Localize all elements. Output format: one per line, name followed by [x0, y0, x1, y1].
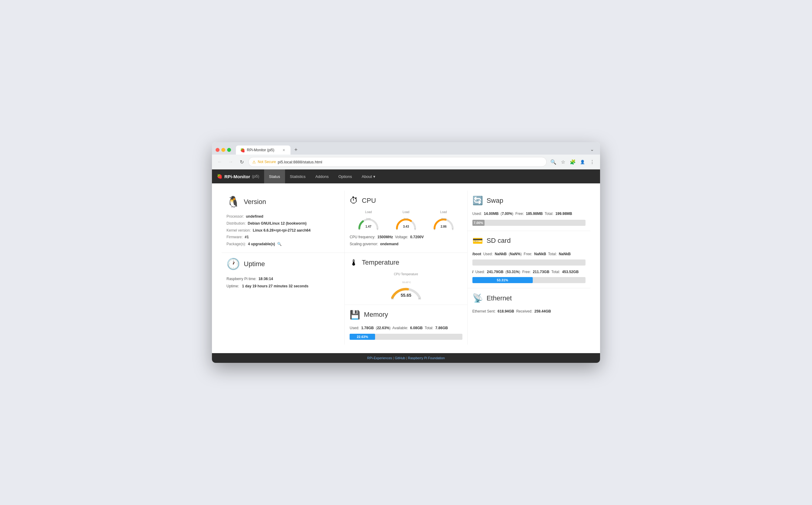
new-tab-button[interactable]: +	[292, 146, 300, 154]
version-icon: 🐧	[226, 195, 240, 208]
tab-bar: 🍓 RPi-Monitor (pi5) × + ⌄	[236, 145, 597, 155]
ethernet-info: Ethernet Sent: 618.94GB Received: 259.44…	[472, 308, 586, 315]
nav-about[interactable]: About ▾	[357, 169, 380, 183]
sdcard-root-free-value: 211.73GB	[533, 270, 549, 274]
nav-options[interactable]: Options	[334, 169, 357, 183]
cpu-gauge-15min: Load 2.86 0 15min 5	[432, 210, 456, 230]
forward-button[interactable]: →	[226, 158, 235, 166]
swap-info: Used: 14.00MB (7.00%) Free: 185.98MB Tot…	[472, 210, 586, 217]
firmware-value: #1	[245, 235, 249, 239]
memory-used-value: 1.78GB	[361, 326, 373, 330]
nav-status[interactable]: Status	[264, 169, 285, 183]
firmware-label: Firmware:	[226, 235, 242, 239]
swap-title: Swap	[487, 197, 503, 205]
nav-statistics[interactable]: Statistics	[285, 169, 311, 183]
sdcard-boot-path: /boot	[472, 252, 481, 256]
swap-section: 🔄 Swap Used: 14.00MB (7.00%) Free: 185.9…	[468, 191, 590, 231]
memory-percent: 22.63%	[377, 326, 389, 330]
footer-github-link[interactable]: GitHub	[395, 356, 405, 360]
time-value: 18:36:14	[258, 277, 273, 281]
temperature-section: 🌡 Temperature CPU Temperature 55.65 40	[345, 253, 467, 305]
nav-addons[interactable]: Addons	[311, 169, 334, 183]
gauge-1min-label: Load	[365, 210, 372, 214]
sdcard-root-progress-wrap: 53.31%	[472, 277, 586, 283]
memory-progress-fill: 22.63%	[350, 334, 375, 340]
distribution-row: Distribution: Debian GNU/Linux 12 (bookw…	[226, 220, 340, 227]
cpu-info: CPU frequency: 1500MHz Voltage: 0.7200V …	[350, 234, 462, 247]
brand-name: RPi-Monitor	[224, 174, 250, 179]
maximize-button[interactable]	[227, 148, 231, 152]
bookmark-button[interactable]: ☆	[559, 158, 567, 166]
uptime-info: Raspberry Pi time: 18:36:14 Uptime: 1 da…	[226, 275, 340, 290]
app-footer: RPi-Experiences | GitHub | Raspberry Pi …	[212, 353, 600, 363]
swap-progress-label: 7.00%	[474, 221, 483, 225]
svg-text:1min: 1min	[366, 218, 371, 220]
swap-progress-fill: 7.00%	[472, 220, 485, 226]
ethernet-received-value: 259.44GB	[534, 309, 551, 313]
gauge-1min-svg: 1.47 0 1min 5	[356, 215, 380, 230]
cpu-freq-value: 1500MHz	[377, 235, 393, 239]
kernel-label: Kernel version:	[226, 228, 251, 232]
cpu-gauges: Load 1.47 0 1min 5	[350, 210, 462, 230]
memory-total-value: 7.86GB	[436, 326, 448, 330]
cpu-voltage-label: Voltage:	[395, 235, 408, 239]
swap-used-value: 14.00MB	[484, 211, 499, 216]
memory-section: 💾 Memory Used: 1.78GB (22.63%) Available…	[345, 305, 467, 345]
profile-button[interactable]: 👤	[578, 158, 587, 166]
distribution-value: Debian GNU/Linux 12 (bookworm)	[248, 221, 307, 225]
close-button[interactable]	[215, 148, 219, 152]
extension-button[interactable]: 🧩	[569, 158, 577, 166]
cpu-gauge-5min: Load 3.43 0 5min 5	[394, 210, 418, 230]
sdcard-boot-total-label: Total:	[548, 252, 557, 256]
swap-free-label: Free:	[515, 211, 524, 216]
cpu-freq-row: CPU frequency: 1500MHz Voltage: 0.7200V	[350, 234, 462, 241]
sdcard-header: 💳 SD card	[472, 236, 586, 246]
ethernet-title: Ethernet	[487, 294, 512, 302]
distribution-label: Distribution:	[226, 221, 246, 225]
packages-row: Package(s): 4 upgradable(s) 🔍	[226, 241, 340, 247]
minimize-button[interactable]	[221, 148, 225, 152]
version-header: 🐧 Version	[226, 195, 340, 208]
cpu-icon: ⏱	[350, 195, 358, 205]
sdcard-root-info: / Used: 241.79GB (53.31%) Free: 211.73GB…	[472, 269, 586, 276]
time-label: Raspberry Pi time:	[226, 277, 257, 281]
swap-used-label: Used:	[472, 211, 482, 216]
search-button[interactable]: 🔍	[549, 158, 557, 166]
sdcard-root-percent: 53.31%	[507, 270, 519, 274]
svg-text:1.47: 1.47	[365, 225, 371, 228]
packages-search-icon[interactable]: 🔍	[277, 242, 282, 246]
memory-progress-label: 22.63%	[357, 335, 368, 339]
address-bar[interactable]: ⚠ Not Secure pi5.local:8888/status.html	[248, 157, 547, 167]
svg-text:80: 80	[419, 297, 421, 300]
sdcard-root-total-label: Total:	[551, 270, 560, 274]
not-secure-label: Not Secure	[258, 160, 276, 164]
footer-raspberry-foundation-link[interactable]: Raspberry Pi Foundation	[408, 356, 445, 360]
cpu-scaling-label: Scaling governor:	[350, 242, 378, 246]
cpu-header: ⏱ CPU	[350, 195, 462, 205]
menu-button[interactable]: ⋮	[588, 158, 597, 166]
temp-gauge-wrap: CPU Temperature 55.65 40 55.65°C 80	[350, 273, 462, 300]
refresh-button[interactable]: ↻	[237, 158, 246, 166]
tab-close-button[interactable]: ×	[281, 148, 286, 153]
ethernet-section: 📡 Ethernet Ethernet Sent: 618.94GB Recei…	[468, 288, 590, 320]
tab-menu-button[interactable]: ⌄	[588, 145, 597, 153]
footer-rpi-experiences-link[interactable]: RPi-Experiences	[367, 356, 392, 360]
tab-favicon-icon: 🍓	[240, 148, 245, 153]
temperature-gauge-svg: 55.65 40 55.65°C 80	[388, 277, 424, 300]
uptime-label: Uptime:	[226, 284, 239, 288]
cpu-gauge-1min: Load 1.47 0 1min 5	[356, 210, 380, 230]
active-tab[interactable]: 🍓 RPi-Monitor (pi5) ×	[236, 146, 291, 155]
uptime-title: Uptime	[244, 260, 265, 268]
sdcard-icon: 💳	[472, 236, 483, 246]
temperature-icon: 🌡	[350, 258, 358, 268]
svg-text:5: 5	[377, 228, 378, 230]
cpu-title: CPU	[362, 197, 376, 205]
sdcard-boot-progress-wrap	[472, 260, 586, 266]
nav-about-label: About	[362, 174, 372, 179]
traffic-lights	[215, 148, 231, 152]
svg-text:15min: 15min	[441, 218, 446, 220]
back-button[interactable]: ←	[215, 158, 224, 166]
svg-text:55.65°C: 55.65°C	[402, 281, 411, 284]
packages-label: Package(s):	[226, 242, 246, 246]
svg-text:5: 5	[415, 228, 416, 230]
